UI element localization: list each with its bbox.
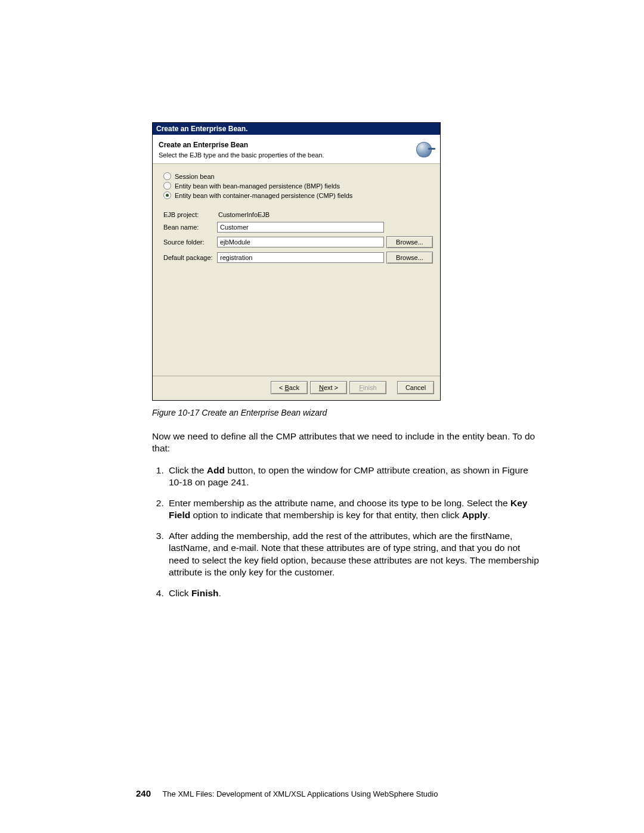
create-bean-dialog: Create an Enterprise Bean. Create an Ent… xyxy=(152,122,441,401)
radio-icon xyxy=(163,182,171,190)
bean-icon xyxy=(414,140,434,160)
dialog-body: Session bean Entity bean with bean-manag… xyxy=(153,164,440,376)
figure-caption: Figure 10-17 Create an Enterprise Bean w… xyxy=(152,408,540,417)
page-number: 240 xyxy=(136,788,151,798)
step-1: Click the Add button, to open the window… xyxy=(166,465,540,489)
label-default-package: Default package: xyxy=(163,254,215,261)
label-ejb-project: EJB project: xyxy=(163,211,215,218)
form-grid: EJB project: CustomerInfoEJB Bean name: … xyxy=(163,211,433,264)
book-title: The XML Files: Development of XML/XSL Ap… xyxy=(162,789,438,798)
radio-icon xyxy=(163,191,171,199)
cancel-button[interactable]: Cancel xyxy=(397,381,434,394)
radio-cmp[interactable]: Entity bean with container-managed persi… xyxy=(163,191,433,199)
page: Create an Enterprise Bean. Create an Ent… xyxy=(0,0,644,833)
dialog-titlebar[interactable]: Create an Enterprise Bean. xyxy=(153,123,440,135)
back-button[interactable]: < Back xyxy=(271,381,308,394)
dialog-filler xyxy=(163,264,433,376)
dialog-footer: < Back Next > Finish Cancel xyxy=(153,376,440,400)
step-4: Click Finish. xyxy=(166,587,540,599)
step-3: After adding the membership, add the res… xyxy=(166,530,540,579)
input-bean-name[interactable] xyxy=(217,222,384,233)
radio-label: Entity bean with container-managed persi… xyxy=(175,192,352,199)
dialog-header: Create an Enterprise Bean Select the EJB… xyxy=(153,135,440,164)
browse-source-folder-button[interactable]: Browse... xyxy=(386,236,433,248)
steps-list: Click the Add button, to open the window… xyxy=(152,465,540,599)
finish-button[interactable]: Finish xyxy=(349,381,386,394)
step-2: Enter membership as the attribute name, … xyxy=(166,497,540,522)
label-bean-name: Bean name: xyxy=(163,224,215,231)
radio-label: Session bean xyxy=(175,173,215,180)
dialog-header-desc: Select the EJB type and the basic proper… xyxy=(159,151,409,159)
browse-default-package-button[interactable]: Browse... xyxy=(386,252,433,264)
label-source-folder: Source folder: xyxy=(163,239,215,246)
dialog-header-text: Create an Enterprise Bean Select the EJB… xyxy=(159,141,409,159)
dialog-header-title: Create an Enterprise Bean xyxy=(159,141,409,149)
next-button[interactable]: Next > xyxy=(310,381,347,394)
input-source-folder[interactable] xyxy=(217,237,384,247)
value-ejb-project: CustomerInfoEJB xyxy=(217,211,384,218)
page-footer: 240 The XML Files: Development of XML/XS… xyxy=(0,788,644,798)
radio-session[interactable]: Session bean xyxy=(163,172,433,180)
input-default-package[interactable] xyxy=(217,252,384,263)
radio-icon xyxy=(163,172,171,180)
radio-label: Entity bean with bean-managed persistenc… xyxy=(175,182,340,190)
radio-bmp[interactable]: Entity bean with bean-managed persistenc… xyxy=(163,182,433,190)
intro-paragraph: Now we need to define all the CMP attrib… xyxy=(152,431,540,455)
